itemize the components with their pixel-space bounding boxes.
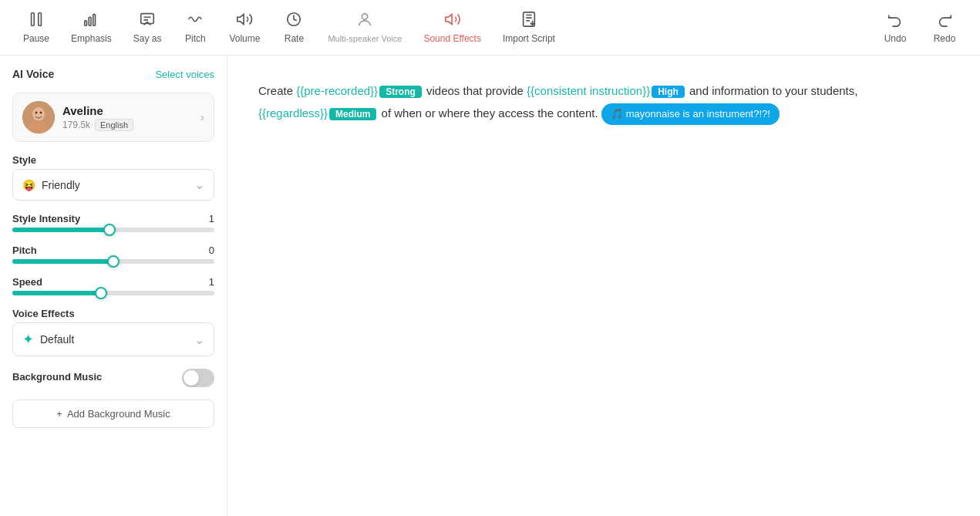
sidebar-header: AI Voice Select voices (12, 68, 214, 80)
svg-rect-1 (39, 13, 42, 26)
style-intensity-header: Style Intensity 1 (12, 213, 214, 224)
redo-button[interactable]: Redo (921, 5, 968, 50)
say-as-label: Say as (133, 33, 162, 44)
pitch-section: Pitch 0 (12, 245, 214, 264)
voice-meta: 179.5k English (62, 119, 193, 131)
toolbar-pause[interactable]: Pause (12, 5, 60, 50)
text-mid-3: of when or where they access the content… (382, 106, 598, 120)
say-as-icon (139, 11, 156, 30)
toggle-knob (184, 370, 199, 386)
music-sound-effect-tag[interactable]: 🎵 mayonnaise is an instrument?!?! (601, 103, 780, 126)
style-intensity-thumb[interactable] (103, 224, 116, 236)
pitch-fill (12, 259, 113, 264)
volume-label: Volume (229, 33, 260, 44)
badge-strong: Strong (379, 86, 422, 98)
speed-thumb[interactable] (95, 287, 107, 299)
voice-effects-left: ✦ Default (22, 331, 74, 348)
sound-effects-icon (444, 11, 461, 30)
speed-fill (12, 291, 101, 295)
pitch-thumb[interactable] (107, 255, 120, 268)
toolbar-emphasis[interactable]: Emphasis (60, 5, 123, 50)
toolbar-rate[interactable]: Rate (271, 5, 317, 50)
voice-card[interactable]: Aveline 179.5k English › (12, 93, 214, 142)
pause-icon (28, 11, 45, 30)
toolbar: Pause Emphasis Say as Pitc (0, 0, 980, 56)
bg-music-row: Background Music (12, 369, 214, 387)
toolbar-say-as[interactable]: Say as (123, 5, 173, 50)
main-layout: AI Voice Select voices Aveline 179.5k En… (0, 56, 980, 516)
speed-label: Speed (12, 276, 42, 288)
toolbar-volume[interactable]: Volume (218, 5, 271, 50)
sound-effects-label: Sound Effects (423, 33, 481, 44)
badge-high: High (652, 86, 685, 98)
add-background-music-button[interactable]: + Add Background Music (12, 400, 214, 428)
speed-value: 1 (209, 276, 214, 288)
avatar (22, 101, 55, 133)
style-dropdown-left: 😝 Friendly (22, 179, 80, 191)
content-area[interactable]: Create {{pre-recorded}}Strong videos tha… (227, 56, 980, 516)
svg-rect-3 (89, 17, 92, 25)
style-intensity-fill (12, 228, 109, 232)
emphasis-icon (83, 11, 99, 30)
voice-effects-value: Default (40, 333, 74, 346)
rate-label: Rate (285, 33, 304, 44)
sparkle-icon: ✦ (22, 331, 34, 348)
import-script-icon (520, 11, 537, 30)
redo-icon (936, 11, 953, 30)
style-intensity-label: Style Intensity (12, 213, 80, 224)
chevron-down-icon: ⌄ (194, 177, 204, 192)
content-paragraph: Create {{pre-recorded}}Strong videos tha… (258, 80, 949, 125)
chevron-down-icon-effects: ⌄ (194, 332, 204, 347)
voice-effects-dropdown[interactable]: ✦ Default ⌄ (12, 322, 214, 356)
rate-icon (285, 11, 302, 30)
speed-header: Speed 1 (12, 276, 214, 288)
bg-music-label: Background Music (12, 371, 102, 383)
style-intensity-section: Style Intensity 1 (12, 213, 214, 232)
emphasis-label: Emphasis (71, 33, 112, 44)
volume-icon (236, 11, 253, 30)
pitch-icon (187, 11, 204, 30)
toolbar-multi-speaker[interactable]: Multi-speaker Voice (317, 5, 413, 49)
pitch-label: Pitch (185, 33, 206, 44)
toolbar-sound-effects[interactable]: Sound Effects (413, 5, 492, 50)
speed-slider[interactable] (12, 291, 214, 295)
multi-speaker-icon (356, 12, 373, 31)
text-mid-1: videos that provide (426, 84, 527, 97)
pitch-slider[interactable] (12, 259, 214, 264)
style-section: Style 😝 Friendly ⌄ (12, 154, 214, 201)
undo-button[interactable]: Undo (872, 5, 918, 50)
style-dropdown[interactable]: 😝 Friendly ⌄ (12, 169, 214, 201)
bg-music-toggle[interactable] (182, 369, 214, 387)
select-voices-button[interactable]: Select voices (155, 69, 214, 80)
style-intensity-value: 1 (209, 213, 214, 224)
style-value: Friendly (42, 179, 80, 191)
style-intensity-slider[interactable] (12, 228, 214, 232)
highlight-consistent-open: {{consistent instruction}} (527, 84, 650, 97)
pitch-value: 0 (209, 245, 214, 256)
pitch-label: Pitch (12, 245, 37, 256)
multi-speaker-label: Multi-speaker Voice (328, 34, 402, 43)
svg-rect-4 (93, 15, 96, 26)
pitch-header: Pitch 0 (12, 245, 214, 256)
svg-marker-7 (237, 15, 244, 25)
style-emoji: 😝 (22, 179, 35, 191)
toolbar-import-script[interactable]: Import Script (492, 5, 566, 50)
voice-info: Aveline 179.5k English (62, 104, 193, 131)
import-script-label: Import Script (503, 33, 555, 44)
toolbar-pitch[interactable]: Pitch (172, 5, 218, 50)
svg-rect-2 (85, 21, 87, 25)
sidebar-title: AI Voice (12, 68, 54, 80)
speed-section: Speed 1 (12, 276, 214, 295)
svg-point-12 (32, 107, 45, 121)
voice-effects-section: Voice Effects ✦ Default ⌄ (12, 308, 214, 356)
badge-medium: Medium (329, 108, 376, 120)
svg-point-9 (362, 14, 368, 19)
highlight-pre-recorded-open: {{pre-recorded}} (296, 84, 378, 97)
undo-icon (887, 11, 904, 30)
pause-label: Pause (23, 33, 49, 44)
style-section-label: Style (12, 154, 214, 166)
svg-point-14 (35, 112, 38, 114)
music-note-icon: 🎵 (611, 105, 623, 124)
voice-language-badge: English (95, 119, 133, 131)
svg-rect-0 (32, 13, 35, 26)
